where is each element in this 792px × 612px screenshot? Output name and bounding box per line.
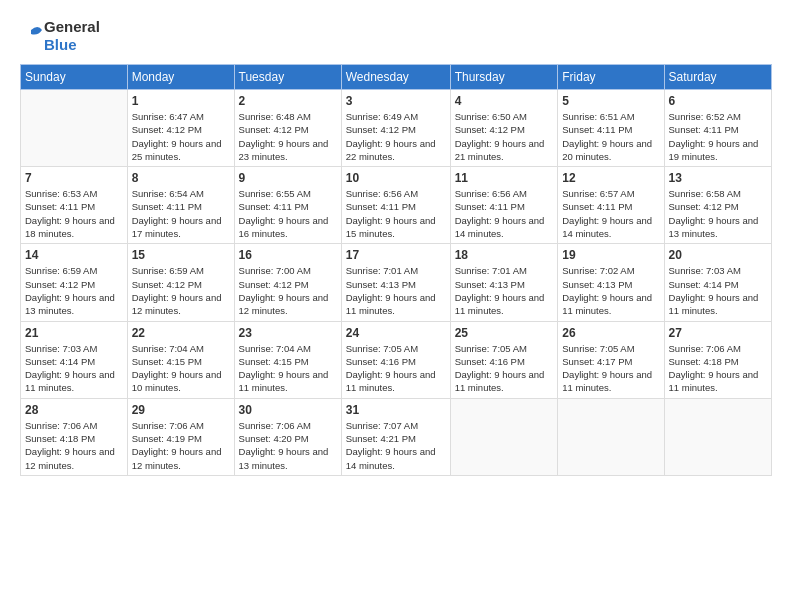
day-info: Sunrise: 7:04 AMSunset: 4:15 PMDaylight:… xyxy=(132,342,230,395)
calendar-cell: 3Sunrise: 6:49 AMSunset: 4:12 PMDaylight… xyxy=(341,90,450,167)
day-number: 13 xyxy=(669,171,767,185)
day-info: Sunrise: 6:56 AMSunset: 4:11 PMDaylight:… xyxy=(346,187,446,240)
calendar-cell: 22Sunrise: 7:04 AMSunset: 4:15 PMDayligh… xyxy=(127,321,234,398)
day-number: 12 xyxy=(562,171,659,185)
day-info: Sunrise: 6:48 AMSunset: 4:12 PMDaylight:… xyxy=(239,110,337,163)
calendar-header-row: SundayMondayTuesdayWednesdayThursdayFrid… xyxy=(21,65,772,90)
day-header-saturday: Saturday xyxy=(664,65,771,90)
calendar-week-3: 14Sunrise: 6:59 AMSunset: 4:12 PMDayligh… xyxy=(21,244,772,321)
day-info: Sunrise: 7:03 AMSunset: 4:14 PMDaylight:… xyxy=(25,342,123,395)
day-info: Sunrise: 7:05 AMSunset: 4:16 PMDaylight:… xyxy=(455,342,554,395)
logo-general-text: General xyxy=(44,18,100,36)
calendar-cell: 30Sunrise: 7:06 AMSunset: 4:20 PMDayligh… xyxy=(234,398,341,475)
day-info: Sunrise: 6:49 AMSunset: 4:12 PMDaylight:… xyxy=(346,110,446,163)
day-number: 16 xyxy=(239,248,337,262)
day-number: 19 xyxy=(562,248,659,262)
day-number: 9 xyxy=(239,171,337,185)
day-number: 26 xyxy=(562,326,659,340)
calendar-cell xyxy=(450,398,558,475)
day-number: 15 xyxy=(132,248,230,262)
day-info: Sunrise: 6:59 AMSunset: 4:12 PMDaylight:… xyxy=(132,264,230,317)
day-info: Sunrise: 7:05 AMSunset: 4:16 PMDaylight:… xyxy=(346,342,446,395)
calendar-week-2: 7Sunrise: 6:53 AMSunset: 4:11 PMDaylight… xyxy=(21,167,772,244)
day-info: Sunrise: 7:03 AMSunset: 4:14 PMDaylight:… xyxy=(669,264,767,317)
day-number: 3 xyxy=(346,94,446,108)
day-info: Sunrise: 6:50 AMSunset: 4:12 PMDaylight:… xyxy=(455,110,554,163)
calendar-cell xyxy=(21,90,128,167)
calendar-week-5: 28Sunrise: 7:06 AMSunset: 4:18 PMDayligh… xyxy=(21,398,772,475)
day-info: Sunrise: 6:56 AMSunset: 4:11 PMDaylight:… xyxy=(455,187,554,240)
calendar-cell: 4Sunrise: 6:50 AMSunset: 4:12 PMDaylight… xyxy=(450,90,558,167)
day-info: Sunrise: 7:06 AMSunset: 4:19 PMDaylight:… xyxy=(132,419,230,472)
calendar-cell: 8Sunrise: 6:54 AMSunset: 4:11 PMDaylight… xyxy=(127,167,234,244)
day-info: Sunrise: 7:00 AMSunset: 4:12 PMDaylight:… xyxy=(239,264,337,317)
day-info: Sunrise: 7:06 AMSunset: 4:18 PMDaylight:… xyxy=(669,342,767,395)
calendar-cell: 24Sunrise: 7:05 AMSunset: 4:16 PMDayligh… xyxy=(341,321,450,398)
calendar-cell: 20Sunrise: 7:03 AMSunset: 4:14 PMDayligh… xyxy=(664,244,771,321)
calendar-cell: 25Sunrise: 7:05 AMSunset: 4:16 PMDayligh… xyxy=(450,321,558,398)
logo-blue-text: Blue xyxy=(44,36,100,54)
calendar-cell: 9Sunrise: 6:55 AMSunset: 4:11 PMDaylight… xyxy=(234,167,341,244)
day-info: Sunrise: 6:57 AMSunset: 4:11 PMDaylight:… xyxy=(562,187,659,240)
day-header-monday: Monday xyxy=(127,65,234,90)
day-number: 7 xyxy=(25,171,123,185)
calendar-cell: 21Sunrise: 7:03 AMSunset: 4:14 PMDayligh… xyxy=(21,321,128,398)
calendar-table: SundayMondayTuesdayWednesdayThursdayFrid… xyxy=(20,64,772,476)
day-header-tuesday: Tuesday xyxy=(234,65,341,90)
day-info: Sunrise: 6:53 AMSunset: 4:11 PMDaylight:… xyxy=(25,187,123,240)
calendar-cell: 16Sunrise: 7:00 AMSunset: 4:12 PMDayligh… xyxy=(234,244,341,321)
day-number: 22 xyxy=(132,326,230,340)
calendar-cell xyxy=(664,398,771,475)
day-number: 30 xyxy=(239,403,337,417)
calendar-cell: 23Sunrise: 7:04 AMSunset: 4:15 PMDayligh… xyxy=(234,321,341,398)
day-info: Sunrise: 6:59 AMSunset: 4:12 PMDaylight:… xyxy=(25,264,123,317)
header: General Blue xyxy=(20,18,772,54)
day-info: Sunrise: 7:04 AMSunset: 4:15 PMDaylight:… xyxy=(239,342,337,395)
day-number: 23 xyxy=(239,326,337,340)
calendar-cell: 12Sunrise: 6:57 AMSunset: 4:11 PMDayligh… xyxy=(558,167,664,244)
day-info: Sunrise: 7:02 AMSunset: 4:13 PMDaylight:… xyxy=(562,264,659,317)
calendar-cell: 14Sunrise: 6:59 AMSunset: 4:12 PMDayligh… xyxy=(21,244,128,321)
day-info: Sunrise: 6:58 AMSunset: 4:12 PMDaylight:… xyxy=(669,187,767,240)
day-number: 8 xyxy=(132,171,230,185)
day-info: Sunrise: 6:52 AMSunset: 4:11 PMDaylight:… xyxy=(669,110,767,163)
day-info: Sunrise: 7:05 AMSunset: 4:17 PMDaylight:… xyxy=(562,342,659,395)
day-header-sunday: Sunday xyxy=(21,65,128,90)
day-header-wednesday: Wednesday xyxy=(341,65,450,90)
day-number: 11 xyxy=(455,171,554,185)
day-number: 5 xyxy=(562,94,659,108)
calendar-cell: 2Sunrise: 6:48 AMSunset: 4:12 PMDaylight… xyxy=(234,90,341,167)
calendar-cell: 18Sunrise: 7:01 AMSunset: 4:13 PMDayligh… xyxy=(450,244,558,321)
day-number: 24 xyxy=(346,326,446,340)
calendar-cell: 19Sunrise: 7:02 AMSunset: 4:13 PMDayligh… xyxy=(558,244,664,321)
calendar-cell: 17Sunrise: 7:01 AMSunset: 4:13 PMDayligh… xyxy=(341,244,450,321)
day-info: Sunrise: 6:55 AMSunset: 4:11 PMDaylight:… xyxy=(239,187,337,240)
calendar-cell: 10Sunrise: 6:56 AMSunset: 4:11 PMDayligh… xyxy=(341,167,450,244)
day-info: Sunrise: 7:01 AMSunset: 4:13 PMDaylight:… xyxy=(346,264,446,317)
day-info: Sunrise: 6:51 AMSunset: 4:11 PMDaylight:… xyxy=(562,110,659,163)
calendar-cell: 29Sunrise: 7:06 AMSunset: 4:19 PMDayligh… xyxy=(127,398,234,475)
calendar-cell: 31Sunrise: 7:07 AMSunset: 4:21 PMDayligh… xyxy=(341,398,450,475)
calendar-cell: 27Sunrise: 7:06 AMSunset: 4:18 PMDayligh… xyxy=(664,321,771,398)
day-info: Sunrise: 7:06 AMSunset: 4:18 PMDaylight:… xyxy=(25,419,123,472)
day-header-thursday: Thursday xyxy=(450,65,558,90)
day-number: 4 xyxy=(455,94,554,108)
day-number: 29 xyxy=(132,403,230,417)
day-info: Sunrise: 6:54 AMSunset: 4:11 PMDaylight:… xyxy=(132,187,230,240)
day-number: 27 xyxy=(669,326,767,340)
day-number: 1 xyxy=(132,94,230,108)
day-number: 14 xyxy=(25,248,123,262)
calendar-cell: 5Sunrise: 6:51 AMSunset: 4:11 PMDaylight… xyxy=(558,90,664,167)
calendar-cell: 1Sunrise: 6:47 AMSunset: 4:12 PMDaylight… xyxy=(127,90,234,167)
day-header-friday: Friday xyxy=(558,65,664,90)
calendar-cell: 7Sunrise: 6:53 AMSunset: 4:11 PMDaylight… xyxy=(21,167,128,244)
logo: General Blue xyxy=(20,18,100,54)
calendar-cell xyxy=(558,398,664,475)
calendar-cell: 6Sunrise: 6:52 AMSunset: 4:11 PMDaylight… xyxy=(664,90,771,167)
day-number: 31 xyxy=(346,403,446,417)
day-number: 20 xyxy=(669,248,767,262)
day-number: 17 xyxy=(346,248,446,262)
day-number: 18 xyxy=(455,248,554,262)
day-number: 21 xyxy=(25,326,123,340)
calendar-cell: 15Sunrise: 6:59 AMSunset: 4:12 PMDayligh… xyxy=(127,244,234,321)
